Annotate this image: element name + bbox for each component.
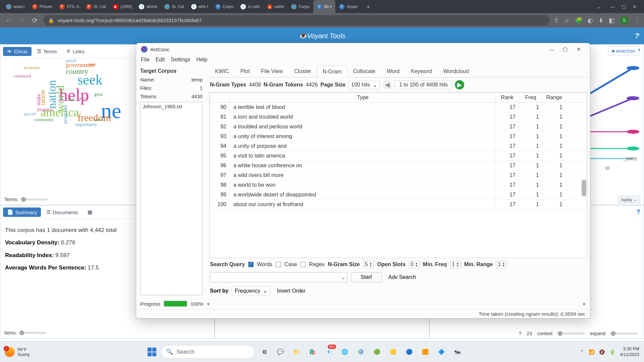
file-list[interactable]: Johnson_1965.txt: [140, 102, 203, 295]
wifi-icon[interactable]: 📶: [589, 349, 594, 355]
url-input[interactable]: 🔒 voyant-tools.org/?corpus=8992eb1a428ab…: [43, 15, 550, 26]
menu-help[interactable]: Help: [196, 57, 207, 63]
tab[interactable]: PSt. Cat: [83, 0, 109, 13]
chat-icon[interactable]: 💬: [274, 345, 287, 359]
maximize-button[interactable]: ▢: [558, 46, 572, 52]
tab-fileview[interactable]: File View: [255, 65, 288, 77]
start-button[interactable]: [146, 346, 158, 358]
menu-edit[interactable]: Edit: [156, 57, 165, 63]
edge-icon[interactable]: 🌐: [338, 345, 352, 359]
ngram-size-spinner[interactable]: 5▲▼: [363, 261, 374, 268]
table-row[interactable]: 92a troubled and perilous world1711: [210, 122, 587, 132]
help-icon[interactable]: ?: [519, 331, 522, 336]
tab[interactable]: VCorpu: [212, 0, 237, 13]
regex-checkbox[interactable]: [300, 262, 306, 267]
next-page-button[interactable]: ▶: [455, 80, 464, 89]
tab-terms[interactable]: ☰Terms: [33, 47, 61, 56]
sort-select[interactable]: Frequency⌄: [232, 286, 270, 295]
table-row[interactable]: 99a worldwide desert of disappointed1711: [210, 190, 587, 200]
col-type[interactable]: Type: [230, 93, 496, 103]
minimize-button[interactable]: —: [545, 47, 558, 52]
reload-button[interactable]: ⟳: [31, 15, 39, 26]
close-button[interactable]: ✕: [572, 46, 585, 52]
tab[interactable]: 🔥cathe: [264, 0, 287, 13]
titlebar[interactable]: AntConc — ▢ ✕: [136, 43, 590, 55]
spotify-icon[interactable]: 🟢: [370, 345, 384, 359]
terms-slider[interactable]: Terms:: [4, 197, 48, 202]
tab-wordcloud[interactable]: Wordcloud: [437, 65, 474, 77]
scroll-left-button[interactable]: ◂: [207, 301, 209, 307]
context-slider[interactable]: [558, 333, 585, 335]
minimize-button[interactable]: —: [610, 4, 615, 9]
prev-page-button[interactable]: ◀: [383, 80, 392, 89]
steam-icon[interactable]: ⚙️: [354, 345, 368, 359]
tab-word[interactable]: Word: [381, 65, 405, 77]
ngram-table[interactable]: Type Rank Freq Range 90a terrible test o…: [209, 92, 587, 258]
tab-cluster[interactable]: Cluster: [288, 65, 317, 77]
help-icon[interactable]: ?: [636, 208, 640, 216]
table-row[interactable]: 98a world to be won1711: [210, 180, 587, 190]
items-slider[interactable]: items:: [4, 330, 46, 336]
profile-avatar[interactable]: S: [620, 16, 629, 25]
table-row[interactable]: 91a torn and troubled world1711: [210, 112, 587, 122]
antconc-taskbar-icon[interactable]: 🐜: [451, 345, 464, 359]
scroll-right-button[interactable]: ▸: [583, 301, 586, 307]
tab[interactable]: PPresen: [29, 0, 56, 13]
task-view-icon[interactable]: ⧉: [258, 345, 271, 359]
tab[interactable]: Gwho t: [188, 0, 212, 13]
page-range-input[interactable]: 1 to 100 of 4408 hits: [395, 80, 452, 89]
table-row[interactable]: 94a unity of purpose and1711: [210, 141, 587, 151]
display-select[interactable]: isplay ⌄: [618, 196, 640, 203]
min-freq-spinner[interactable]: 1▲▼: [450, 261, 461, 268]
table-row[interactable]: 93a unity of interest among1711: [210, 132, 587, 141]
sidepanel-icon[interactable]: ◧: [609, 17, 614, 24]
store-icon[interactable]: 🛍️: [306, 345, 319, 359]
tab[interactable]: 🌐www.c: [3, 0, 29, 13]
bookmark-icon[interactable]: ☆: [564, 17, 570, 24]
table-row[interactable]: 100about our country at firsthand1711: [210, 200, 587, 209]
words-checkbox[interactable]: [248, 262, 254, 267]
table-row[interactable]: 90a terrible test of blood1711: [210, 103, 587, 112]
taskbar-search[interactable]: 🔍Search: [161, 345, 255, 359]
tab-keyword[interactable]: Keyword: [405, 65, 437, 77]
help-icon[interactable]: ?: [635, 32, 639, 40]
new-tab-button[interactable]: ＋: [361, 0, 375, 13]
app-icon[interactable]: 🔷: [435, 345, 448, 359]
maximize-button[interactable]: ▢: [622, 4, 626, 9]
col-freq[interactable]: Freq: [519, 93, 542, 103]
battery-icon[interactable]: 🔋: [609, 349, 615, 355]
case-checkbox[interactable]: [276, 262, 281, 267]
tab-cirrus[interactable]: 👁Cirrus: [3, 47, 32, 56]
tab-active[interactable]: VVo ×: [313, 0, 335, 13]
tab-plot[interactable]: Plot: [235, 65, 256, 77]
forward-button[interactable]: →: [17, 15, 27, 25]
col-range[interactable]: Range: [542, 93, 566, 103]
weather-widget[interactable]: 1 59°FSunny: [5, 347, 30, 357]
tab[interactable]: Gwhere: [136, 0, 161, 13]
tab-collocate[interactable]: Collocate: [347, 65, 381, 77]
explorer-icon[interactable]: 📁: [290, 345, 303, 359]
expand-slider[interactable]: [611, 333, 638, 335]
clock[interactable]: 3:35 PM 4/11/2023: [620, 346, 639, 358]
tab-kwic[interactable]: KWIC: [209, 65, 235, 77]
tab[interactable]: Gst cath: [237, 0, 263, 13]
extensions-icon[interactable]: 🧩: [575, 17, 582, 24]
zotero-icon[interactable]: ◐: [588, 17, 593, 24]
tab-summary[interactable]: 📄Summary: [3, 207, 41, 217]
close-button[interactable]: ✕: [633, 4, 637, 9]
back-button[interactable]: ←: [4, 15, 13, 25]
file-item[interactable]: Johnson_1965.txt: [143, 104, 200, 109]
tab-more[interactable]: ▦: [84, 207, 96, 217]
start-button[interactable]: Start: [351, 272, 382, 282]
chrome-canary-icon[interactable]: 🟡: [386, 345, 400, 359]
tab[interactable]: 🌐St. Cat: [161, 0, 187, 13]
share-icon[interactable]: ⇧: [554, 17, 559, 24]
tab[interactable]: PSTS. A: [56, 0, 83, 13]
downloads-icon[interactable]: ⬇: [598, 17, 603, 24]
table-row[interactable]: 97a wild rivers bill more1711: [210, 171, 587, 180]
menu-file[interactable]: File: [141, 57, 150, 63]
search-input[interactable]: ⌄: [210, 272, 347, 282]
tab-documents[interactable]: ☰Documents: [42, 207, 82, 217]
min-range-spinner[interactable]: 1▲▼: [496, 261, 507, 268]
tab[interactable]: 🌐Corpu: [288, 0, 313, 13]
